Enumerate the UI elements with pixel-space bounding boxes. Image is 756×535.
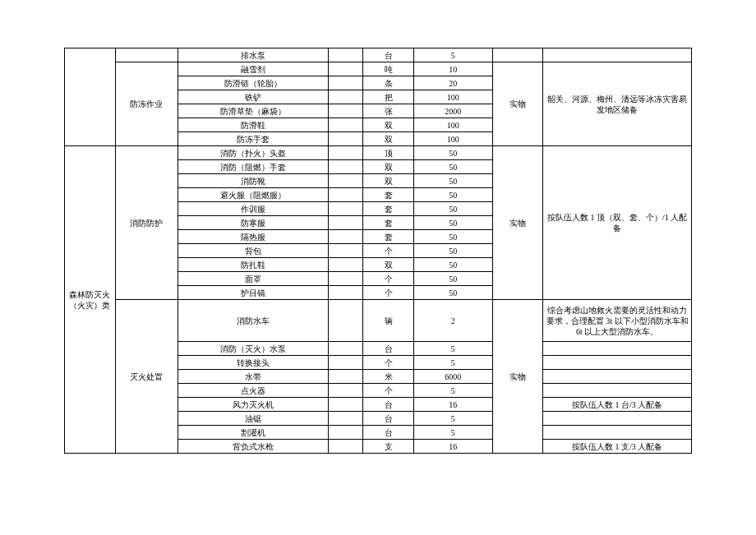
cell-unit: 套 [363, 202, 414, 216]
cell-spec [328, 188, 363, 202]
cell-item: 排水泵 [178, 48, 329, 62]
cell-unit: 个 [363, 384, 414, 398]
cell-item: 转换接头 [178, 356, 329, 370]
cell-unit: 把 [363, 90, 414, 104]
cell-unit: 台 [363, 412, 414, 426]
table-row: 森林防灭火（火灾）类 消防防护 消防（扑火）头盔 顶 50 实物 按队伍人数 1… [65, 146, 692, 160]
cell-item: 融雪剂 [178, 62, 329, 76]
cell-qty: 50 [414, 230, 493, 244]
cell-qty: 50 [414, 202, 493, 216]
cell-item: 背负式水枪 [178, 440, 329, 454]
cell-unit: 个 [363, 244, 414, 258]
cell-qty: 50 [414, 272, 493, 286]
cell-form: 实物 [492, 62, 543, 146]
cell-spec [328, 230, 363, 244]
cell-unit: 双 [363, 174, 414, 188]
cell-item: 风力灭火机 [178, 398, 329, 412]
cell-spec [328, 160, 363, 174]
cell-spec [328, 272, 363, 286]
cell-spec [328, 342, 363, 356]
cell-item: 防寒服 [178, 216, 329, 230]
cell-item: 避火服（阻燃服） [178, 188, 329, 202]
cell-form [492, 48, 543, 62]
cell-note [543, 48, 692, 62]
cell-qty: 16 [414, 398, 493, 412]
cell-unit: 台 [363, 342, 414, 356]
cell-qty: 100 [414, 132, 493, 146]
cell-qty: 50 [414, 188, 493, 202]
cell-spec [328, 48, 363, 62]
cell-spec [328, 174, 363, 188]
cell-unit: 台 [363, 398, 414, 412]
cell-unit: 辆 [363, 300, 414, 342]
cell-spec [328, 244, 363, 258]
cell-unit: 个 [363, 356, 414, 370]
cell-qty: 50 [414, 286, 493, 300]
cell-qty: 50 [414, 160, 493, 174]
cell-qty: 16 [414, 440, 493, 454]
cell-item: 背包 [178, 244, 329, 258]
cell-spec [328, 216, 363, 230]
cell-note [543, 426, 692, 440]
cell-unit: 套 [363, 230, 414, 244]
cell-spec [328, 132, 363, 146]
cell-item: 消防（阻燃）手套 [178, 160, 329, 174]
cell-spec [328, 370, 363, 384]
cell-note: 按队伍人数 1 台/3 人配备 [543, 398, 692, 412]
cell-cat2 [115, 48, 178, 62]
cell-spec [328, 202, 363, 216]
cell-spec [328, 440, 363, 454]
cell-note [543, 356, 692, 370]
cell-unit: 台 [363, 426, 414, 440]
cell-qty: 50 [414, 258, 493, 272]
cell-qty: 6000 [414, 370, 493, 384]
cell-spec [328, 258, 363, 272]
cell-spec [328, 104, 363, 118]
table-row: 灭火处置 消防水车 辆 2 实物 综合考虑山地救火需要的灵活性和动力要求，合理配… [65, 300, 692, 342]
cell-spec [328, 286, 363, 300]
cell-unit: 支 [363, 440, 414, 454]
cell-item: 防滑鞋 [178, 118, 329, 132]
table-row: 防冻作业 融雪剂 吨 10 实物 韶关、河源、梅州、清远等冰冻灾害易发地区储备 [65, 62, 692, 76]
cell-qty: 5 [414, 412, 493, 426]
cell-item: 面罩 [178, 272, 329, 286]
cell-cat2: 消防防护 [115, 146, 178, 300]
cell-item: 护目镜 [178, 286, 329, 300]
cell-unit: 个 [363, 286, 414, 300]
cell-spec [328, 398, 363, 412]
cell-qty: 100 [414, 118, 493, 132]
cell-unit: 米 [363, 370, 414, 384]
cell-qty: 50 [414, 216, 493, 230]
cell-note: 按队伍人数 1 顶（双、套、个）/1 人配备 [543, 146, 692, 300]
cell-qty: 50 [414, 174, 493, 188]
cell-item: 消防水车 [178, 300, 329, 342]
cell-spec [328, 76, 363, 90]
cell-item: 消防（扑火）头盔 [178, 146, 329, 160]
table-row: 排水泵 台 5 [65, 48, 692, 62]
cell-unit: 双 [363, 132, 414, 146]
cell-note [543, 342, 692, 356]
cell-item: 防扎鞋 [178, 258, 329, 272]
cell-item: 防滑链（轮胎） [178, 76, 329, 90]
cell-note: 综合考虑山地救火需要的灵活性和动力要求，合理配置 3t 以下小型消防水车和 6t… [543, 300, 692, 342]
cell-spec [328, 384, 363, 398]
cell-unit: 顶 [363, 146, 414, 160]
cell-spec [328, 300, 363, 342]
cell-cat1 [65, 48, 116, 146]
cell-qty: 5 [414, 356, 493, 370]
cell-item: 割灌机 [178, 426, 329, 440]
cell-unit: 双 [363, 258, 414, 272]
cell-unit: 套 [363, 188, 414, 202]
cell-qty: 10 [414, 62, 493, 76]
cell-qty: 2000 [414, 104, 493, 118]
cell-item: 铁铲 [178, 90, 329, 104]
cell-item: 水带 [178, 370, 329, 384]
cell-spec [328, 356, 363, 370]
cell-qty: 2 [414, 300, 493, 342]
cell-item: 消防靴 [178, 174, 329, 188]
cell-note [543, 370, 692, 384]
cell-unit: 张 [363, 104, 414, 118]
cell-unit: 吨 [363, 62, 414, 76]
cell-unit: 个 [363, 272, 414, 286]
cell-qty: 50 [414, 146, 493, 160]
